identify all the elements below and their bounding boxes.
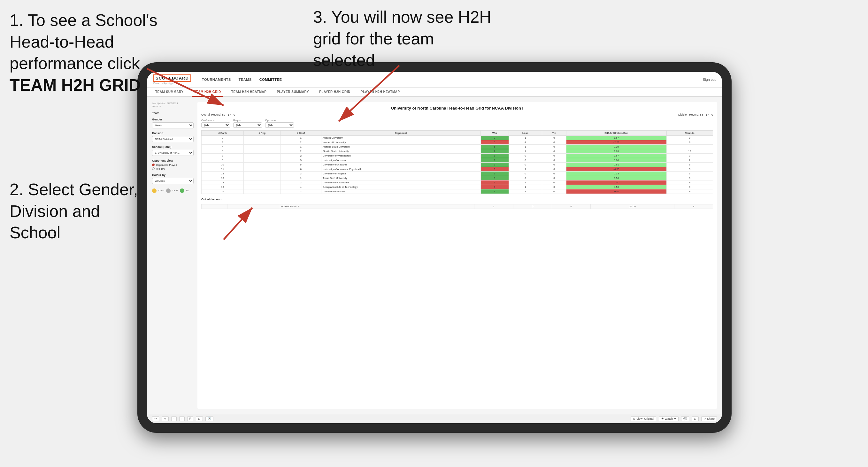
cell-diff: 1.67 [566, 136, 666, 140]
redo-button[interactable]: ↪ [162, 416, 169, 421]
cell-conf: 2 [280, 154, 321, 158]
cell-win: 1 [480, 158, 508, 163]
cell-loss: 0 [509, 154, 542, 158]
cell-loss: 0 [509, 163, 542, 167]
cell-diff: 4.50 [566, 185, 666, 189]
cell-reg [244, 172, 280, 176]
cell-opponent: University of Arizona [321, 158, 480, 163]
sign-out-link[interactable]: Sign out [703, 77, 716, 82]
cell-opponent: Florida State University [321, 149, 480, 154]
back-button[interactable]: ‹ [171, 416, 177, 421]
nav-committee[interactable]: COMMITTEE [259, 76, 282, 83]
cell-diff: 1.83 [566, 149, 666, 154]
cell-diff: 2.29 [566, 145, 666, 149]
division-select[interactable]: NCAA Division I [152, 136, 194, 142]
cell-tie: 0 [542, 154, 566, 158]
school-select[interactable]: 1. University of Nort... [152, 150, 194, 156]
cell-ood-tie: 0 [552, 205, 590, 209]
cell-tie: 0 [542, 145, 566, 149]
radio-opponents-played[interactable]: Opponents Played [152, 163, 194, 166]
cell-reg [244, 154, 280, 158]
view-original-button[interactable]: ⊙ View: Original [631, 416, 656, 421]
cell-loss: 0 [509, 158, 542, 163]
cell-conf: 2 [280, 140, 321, 145]
chevron-down-icon: ▼ [674, 417, 677, 421]
cell-opponent: Georgia Institute of Technology [321, 185, 480, 189]
sub-nav-team-h2h-heatmap[interactable]: TEAM H2H HEATMAP [229, 88, 269, 96]
cell-ood-rank [202, 205, 227, 209]
cell-tie: 0 [542, 149, 566, 154]
table-row: 11 6 University of Arkansas, Fayettevill… [202, 167, 713, 172]
filter-region-group: Region (All) [233, 119, 262, 128]
copy-button[interactable]: ⎘ [187, 416, 193, 421]
cell-tie: 0 [542, 158, 566, 163]
cell-reg [244, 181, 280, 185]
cell-rounds: 3 [666, 172, 713, 176]
cell-rank: 11 [202, 167, 244, 172]
filter-region-select[interactable]: (All) [233, 122, 262, 128]
cell-loss: 0 [509, 176, 542, 181]
cell-opponent: University of Virginia [321, 172, 480, 176]
right-panel: University of North Carolina Head-to-Hea… [197, 102, 717, 409]
eye-icon: 👁 [661, 417, 664, 421]
out-of-division-table: NCAA Division II 1 0 0 26.00 3 [201, 204, 713, 209]
cell-diff: -6.62 [566, 189, 666, 194]
cell-opponent: Arizona State University [321, 145, 480, 149]
undo-button[interactable]: ↩ [152, 416, 159, 421]
comment-button[interactable]: 💬 [681, 416, 689, 421]
clock-button[interactable]: 🕐 [206, 416, 213, 421]
cell-rounds: 9 [666, 185, 713, 189]
school-label: School (Rank) [152, 145, 194, 149]
radio-dot-top100 [152, 167, 155, 170]
sub-nav-player-h2h-heatmap[interactable]: PLAYER H2H HEATMAP [359, 88, 402, 96]
cell-rank: 4 [202, 145, 244, 149]
nav-teams[interactable]: TEAMS [239, 76, 252, 83]
nav-tournaments[interactable]: TOURNAMENTS [202, 76, 231, 83]
cell-reg [244, 163, 280, 167]
sub-navbar: TEAM SUMMARY TEAM H2H GRID TEAM H2H HEAT… [147, 88, 722, 97]
col-win: Win [480, 131, 508, 136]
cell-reg [244, 145, 280, 149]
cell-win: 1 [480, 154, 508, 158]
paste-button[interactable]: ⊡ [196, 416, 203, 421]
cell-conf: 1 [280, 136, 321, 140]
overall-record: Overall Record: 89 - 17 - 0 [201, 113, 235, 116]
filter-row: Conference (All) Region (All) Opponent [201, 119, 713, 128]
filter-opponent-label: Opponent [265, 119, 294, 122]
radio-top-100[interactable]: Top 100 [152, 167, 194, 170]
cell-diff: 5.56 [566, 176, 666, 181]
cell-win: 1 [480, 172, 508, 176]
cell-loss: 2 [509, 181, 542, 185]
cell-rank: 6 [202, 149, 244, 154]
gender-label: Gender [152, 118, 194, 121]
col-conf: # Conf [280, 131, 321, 136]
cell-reg [244, 136, 280, 140]
cell-rounds: 3 [666, 167, 713, 172]
sub-nav-player-summary[interactable]: PLAYER SUMMARY [275, 88, 311, 96]
cell-rank: 15 [202, 185, 244, 189]
watch-button[interactable]: 👁 Watch ▼ [659, 416, 679, 421]
share-button[interactable]: ↗ Share [701, 416, 717, 421]
cell-ood-loss: 0 [513, 205, 552, 209]
grid-button[interactable]: ⊞ [692, 416, 699, 421]
cell-tie: 0 [542, 172, 566, 176]
sub-nav-team-h2h-grid[interactable]: TEAM H2H GRID [192, 88, 223, 97]
radio-dot-opponents [152, 163, 155, 166]
forward-button[interactable]: › [179, 416, 185, 421]
cell-rank: 2 [202, 136, 244, 140]
filter-conference-select[interactable]: (All) [201, 122, 230, 128]
cell-conf: 5 [280, 163, 321, 167]
cell-conf: 2 [280, 149, 321, 154]
colour-by-select[interactable]: Win/loss [152, 178, 194, 184]
filter-region-label: Region [233, 119, 262, 122]
sub-nav-player-h2h-grid[interactable]: PLAYER H2H GRID [317, 88, 352, 96]
bottom-toolbar: ↩ ↪ ‹ › ⎘ ⊡ 🕐 ⊙ View: Original 👁 Watch ▼… [147, 414, 722, 423]
cell-rank: 8 [202, 154, 244, 158]
bold-label: TEAM H2H GRID [9, 76, 141, 94]
filter-conference-label: Conference [201, 119, 230, 122]
col-opponent: Opponent [321, 131, 480, 136]
gender-select[interactable]: Men's [152, 122, 194, 128]
cell-diff: 2.33 [566, 172, 666, 176]
filter-opponent-select[interactable]: (All) [265, 122, 294, 128]
cell-rounds: 9 [666, 176, 713, 181]
